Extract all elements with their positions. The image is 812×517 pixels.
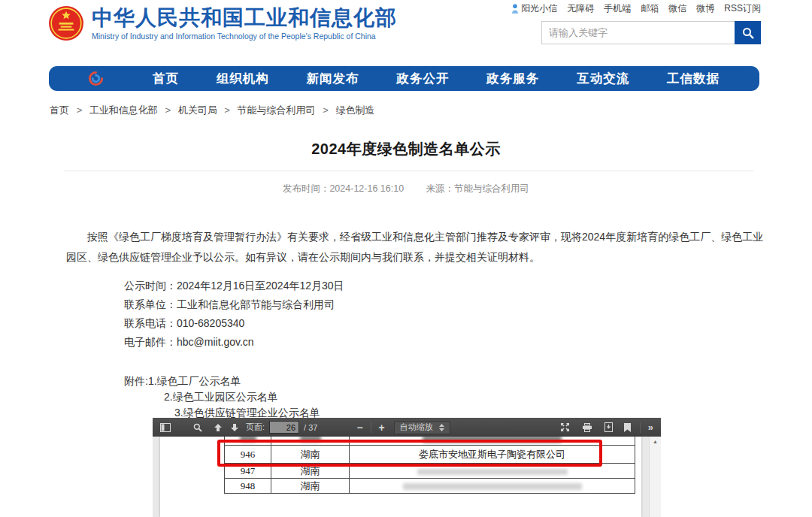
table-row: 948 湖南 [225, 479, 635, 494]
publicity-period: 公示时间：2024年12月16日至2024年12月30日 [124, 277, 344, 295]
zoom-mode-value: 自动缩放 [400, 422, 433, 433]
nav-item-news[interactable]: 新闻发布 [307, 71, 359, 87]
site-title: 中华人民共和国工业和信息化部 [92, 6, 397, 30]
contact-email: 电子邮件：hbc@miit.gov.cn [124, 333, 344, 352]
publish-time: 发布时间：2024-12-16 16:10 [283, 183, 404, 194]
pdf-content-area: 946 湖南 娄底市安地亚斯电子陶瓷有限公司 947 湖南 948 湖南 ▲ [153, 437, 661, 517]
page-title: 2024年度绿色制造名单公示 [0, 139, 812, 159]
download-icon [604, 422, 613, 432]
toolbar-divider [640, 422, 641, 433]
attachments-list: 附件:1.绿色工厂公示名单 2.绿色工业园区公示名单 3.绿色供应链管理企业公示… [124, 373, 320, 421]
pdf-toolbar: 页面: / 37 − + 自动缩放 [153, 418, 661, 437]
topbar-link-wechat[interactable]: 微信 [668, 2, 686, 15]
zoom-mode-select[interactable]: 自动缩放 [394, 421, 450, 434]
nav-item-home[interactable]: 首页 [153, 71, 179, 87]
page-total: / 37 [304, 423, 317, 432]
miit-swirl-icon [88, 71, 104, 86]
attachment-2: 2.绿色工业园区公示名单 [164, 389, 320, 405]
breadcrumb-separator: > [165, 104, 171, 116]
topbar-link-mail[interactable]: 邮箱 [641, 2, 659, 15]
page-down-button[interactable] [230, 423, 239, 432]
page-up-button[interactable] [214, 423, 223, 432]
print-icon [582, 423, 592, 432]
page-label: 页面: [246, 422, 265, 433]
nav-item-gov-services[interactable]: 政务服务 [486, 71, 539, 87]
bookmark-icon [624, 423, 631, 432]
search-icon [742, 27, 754, 39]
topbar-link-weibo[interactable]: 微博 [696, 2, 714, 15]
contact-phone: 联系电话：010-68205340 [124, 314, 344, 333]
crumb-miit[interactable]: 工业和信息化部 [89, 104, 158, 116]
article-paragraph: 按照《绿色工厂梯度培育及管理暂行办法》有关要求，经省级工业和信息化主管部门推荐及… [66, 227, 765, 268]
topbar-link-accessibility[interactable]: 无障碍 [567, 2, 594, 15]
find-button[interactable] [193, 423, 202, 432]
title-divider [64, 171, 753, 171]
nav-item-gov-disclosure[interactable]: 政务公开 [396, 71, 449, 87]
select-arrows-icon [439, 424, 444, 431]
presentation-mode-button[interactable] [560, 422, 570, 432]
attachment-1: 附件:1.绿色工厂公示名单 [124, 373, 320, 389]
site-search [541, 21, 761, 44]
pdf-viewer: 页面: / 37 − + 自动缩放 [153, 418, 661, 517]
sidebar-toggle-button[interactable] [160, 423, 171, 432]
breadcrumb-separator: > [224, 104, 230, 116]
breadcrumb: 首页 > 工业和信息化部 > 机关司局 > 节能与综合利用司 > 绿色制造 [50, 104, 374, 117]
zoom-in-button[interactable]: + [379, 422, 385, 434]
topbar-link-sunshine[interactable]: 阳光小信 [511, 2, 557, 15]
nav-item-interaction[interactable]: 互动交流 [577, 71, 629, 87]
arrow-up-icon [214, 423, 223, 432]
sidebar-toggle-icon [160, 423, 171, 432]
pdf-page: 946 湖南 娄底市安地亚斯电子陶瓷有限公司 947 湖南 948 湖南 [160, 437, 641, 517]
crumb-departments[interactable]: 机关司局 [178, 104, 217, 116]
breadcrumb-separator: > [77, 104, 83, 116]
article-source: 来源：节能与综合利用司 [426, 183, 530, 194]
topbar-link-mobile[interactable]: 手机端 [604, 2, 631, 15]
toolbar-more-button[interactable]: » [648, 422, 653, 433]
site-header: 中华人民共和国工业和信息化部 Ministry of Industry and … [48, 5, 397, 41]
topbar-link-rss[interactable]: RSS订阅 [724, 2, 761, 15]
breadcrumb-separator: > [323, 104, 329, 116]
crumb-home[interactable]: 首页 [50, 104, 69, 116]
crumb-green-manufacturing: 绿色制造 [335, 104, 374, 116]
article-meta: 发布时间：2024-12-16 16:10 来源：节能与综合利用司 [0, 183, 812, 195]
cell-province: 湖南 [271, 479, 350, 494]
contact-unit: 联系单位：工业和信息化部节能与综合利用司 [124, 295, 344, 314]
red-highlight-box [217, 440, 602, 467]
national-emblem-icon [48, 5, 84, 41]
toolbar-divider [371, 422, 371, 433]
pdf-scrollbar[interactable]: ▲ [649, 437, 661, 517]
main-nav: 首页 组织机构 新闻发布 政务公开 政务服务 互动交流 工信数据 [49, 66, 759, 91]
arrow-down-icon [230, 423, 239, 432]
search-button[interactable] [735, 21, 761, 44]
scrollbar-up-arrow[interactable]: ▲ [650, 437, 661, 444]
crumb-energy-dept[interactable]: 节能与综合利用司 [238, 104, 316, 116]
find-icon [193, 423, 202, 432]
topbar-links: 阳光小信 无障碍 手机端 邮箱 微信 微博 RSS订阅 [511, 2, 761, 15]
site-subtitle: Ministry of Industry and Information Tec… [92, 32, 397, 41]
contact-info: 公示时间：2024年12月16日至2024年12月30日 联系单位：工业和信息化… [124, 277, 344, 352]
page-number-input[interactable] [269, 421, 299, 434]
download-button[interactable] [604, 422, 613, 432]
print-button[interactable] [582, 423, 592, 432]
nav-item-organization[interactable]: 组织机构 [217, 71, 269, 87]
sunshine-mascot-icon [511, 4, 519, 14]
nav-item-data[interactable]: 工信数据 [667, 71, 720, 87]
search-input[interactable] [541, 21, 735, 44]
zoom-out-button[interactable]: − [356, 422, 362, 434]
bookmark-button[interactable] [624, 423, 631, 432]
cell-no: 948 [225, 479, 271, 494]
fullscreen-icon [560, 422, 570, 432]
